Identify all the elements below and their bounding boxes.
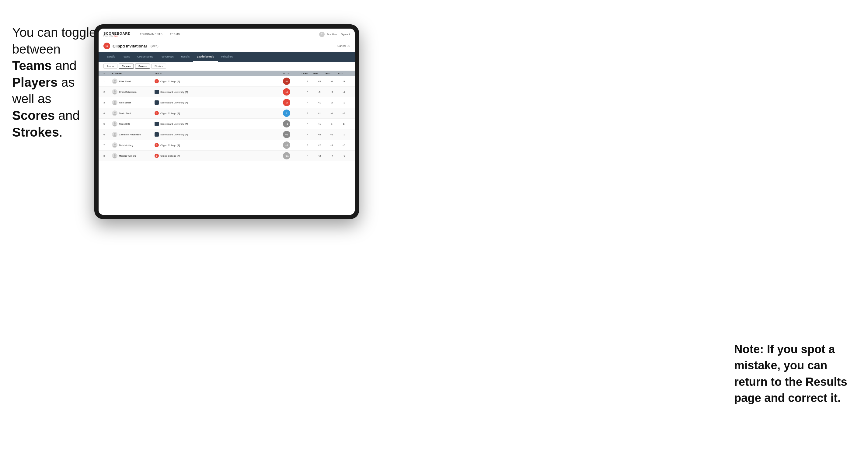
player-avatar xyxy=(112,132,118,137)
table-row: 8 Marcus Turners C Clippd College [A] +1… xyxy=(99,151,355,161)
nav-tournaments[interactable]: TOURNAMENTS xyxy=(136,29,166,40)
total-cell: E xyxy=(283,110,301,117)
tab-teams[interactable]: Teams xyxy=(119,52,133,62)
left-annotation: You can toggle between Teams and Players… xyxy=(12,24,97,141)
team-cell: Scoreboard University [A] xyxy=(155,100,283,105)
table-row: 4 David Ford C Clippd College [A] E F +1… xyxy=(99,108,355,119)
rd2-val: -6 xyxy=(326,80,338,83)
thru-val: F xyxy=(301,91,313,93)
player-avatar xyxy=(112,89,118,95)
svg-point-16 xyxy=(113,156,116,158)
team-name: Clippd College [A] xyxy=(160,144,180,147)
svg-point-12 xyxy=(113,135,116,136)
bold-strokes: Strokes xyxy=(12,125,59,139)
player-name: Cameron Robertson xyxy=(119,133,141,136)
toggle-row: Teams Players Scores Strokes xyxy=(99,62,355,71)
player-name: Chris Robertson xyxy=(119,91,136,93)
total-badge: +1 xyxy=(283,120,290,127)
team-cell: C Clippd College [A] xyxy=(155,154,283,158)
team-cell: Scoreboard University [A] xyxy=(155,122,283,126)
thru-val: F xyxy=(301,101,313,104)
total-cell: +1 xyxy=(283,120,301,127)
thru-val: F xyxy=(301,123,313,125)
player-avatar xyxy=(112,153,118,158)
rd2-val: -4 xyxy=(326,112,338,115)
avatar-icon xyxy=(113,122,117,126)
tab-results[interactable]: Results xyxy=(177,52,193,62)
rd2-val: E xyxy=(326,123,338,125)
toggle-teams[interactable]: Teams xyxy=(103,64,118,69)
player-name-cell: Chris Robertson xyxy=(112,89,155,95)
nav-links: TOURNAMENTS TEAMS xyxy=(136,29,319,40)
row-rank: 2 xyxy=(103,91,112,93)
avatar-icon xyxy=(113,111,117,115)
sign-out-link[interactable]: Sign out xyxy=(341,33,350,36)
toggle-scores[interactable]: Scores xyxy=(135,64,150,69)
svg-point-5 xyxy=(114,101,116,103)
avatar-icon xyxy=(113,100,117,105)
user-avatar: T xyxy=(319,32,324,37)
col-header-rd2: RD2 xyxy=(326,72,338,75)
total-badge: -4 xyxy=(283,88,290,96)
cancel-x-icon: ✕ xyxy=(347,44,350,48)
total-cell: -2 xyxy=(283,99,301,106)
tab-details[interactable]: Details xyxy=(103,52,119,62)
player-name-cell: Elliot Ebert xyxy=(112,79,155,84)
player-name-cell: Rees Britt xyxy=(112,121,155,127)
svg-point-9 xyxy=(114,122,116,124)
player-name: Rich Butler xyxy=(119,101,131,104)
tab-printables[interactable]: Printables xyxy=(218,52,237,62)
table-row: 2 Chris Robertson Scoreboard University … xyxy=(99,87,355,97)
rd1-val: -5 xyxy=(313,91,326,93)
svg-point-11 xyxy=(114,133,116,135)
total-badge: +6 xyxy=(283,131,290,138)
avatar-icon xyxy=(113,143,117,147)
nav-right: T Test User | Sign out xyxy=(319,32,350,37)
rd3-val: -4 xyxy=(338,91,350,93)
col-header-thru: THRU xyxy=(301,72,313,75)
clippd-c-logo: C xyxy=(103,42,110,49)
nav-teams[interactable]: TEAMS xyxy=(166,29,184,40)
cancel-label: Cancel xyxy=(337,44,346,48)
svg-point-1 xyxy=(114,80,116,82)
table-row: 1 Elliot Ebert C Clippd College [A] -8 F… xyxy=(99,76,355,87)
rd1-val: +1 xyxy=(313,112,326,115)
user-name: Test User | xyxy=(327,33,339,36)
svg-point-15 xyxy=(114,154,116,156)
team-name: Scoreboard University [A] xyxy=(160,123,188,125)
toggle-strokes[interactable]: Strokes xyxy=(151,64,166,69)
rd2-val: +2 xyxy=(326,133,338,136)
team-cell: Scoreboard University [A] xyxy=(155,90,283,94)
col-header-team: TEAM xyxy=(155,72,283,75)
svg-point-4 xyxy=(113,92,116,94)
player-name-cell: Rich Butler xyxy=(112,100,155,105)
row-rank: 1 xyxy=(103,80,112,83)
rd3-val: E xyxy=(338,123,350,125)
tab-leaderboards[interactable]: Leaderboards xyxy=(193,52,218,62)
player-name: David Ford xyxy=(119,112,131,115)
right-annotation: Note: If you spot a mistake, you can ret… xyxy=(734,341,850,406)
toggle-players[interactable]: Players xyxy=(119,64,134,69)
thru-val: F xyxy=(301,144,313,147)
player-avatar xyxy=(112,100,118,105)
tab-course-setup[interactable]: Course Setup xyxy=(133,52,157,62)
col-header-rank: # xyxy=(103,72,112,75)
avatar-icon xyxy=(113,79,117,83)
svg-point-10 xyxy=(113,124,116,126)
total-badge: -8 xyxy=(283,77,290,85)
rd1-val: +1 xyxy=(313,101,326,104)
tournament-header: C Clippd Invitational (Men) Cancel ✕ xyxy=(99,40,355,52)
avatar-icon xyxy=(113,132,117,136)
rd2-val: +5 xyxy=(326,91,338,93)
clippd-text: clippd xyxy=(114,35,118,37)
tab-tee-groups[interactable]: Tee Groups xyxy=(157,52,177,62)
rd3-val: -1 xyxy=(338,133,350,136)
team-cell: C Clippd College [A] xyxy=(155,111,283,115)
bold-players: Players xyxy=(12,75,58,89)
player-name-cell: Blair McHarg xyxy=(112,143,155,148)
total-cell: +6 xyxy=(283,131,301,138)
cancel-button[interactable]: Cancel ✕ xyxy=(337,44,350,48)
rd3-val: +3 xyxy=(338,112,350,115)
rd3-val: +6 xyxy=(338,144,350,147)
team-name: Clippd College [A] xyxy=(160,155,180,157)
